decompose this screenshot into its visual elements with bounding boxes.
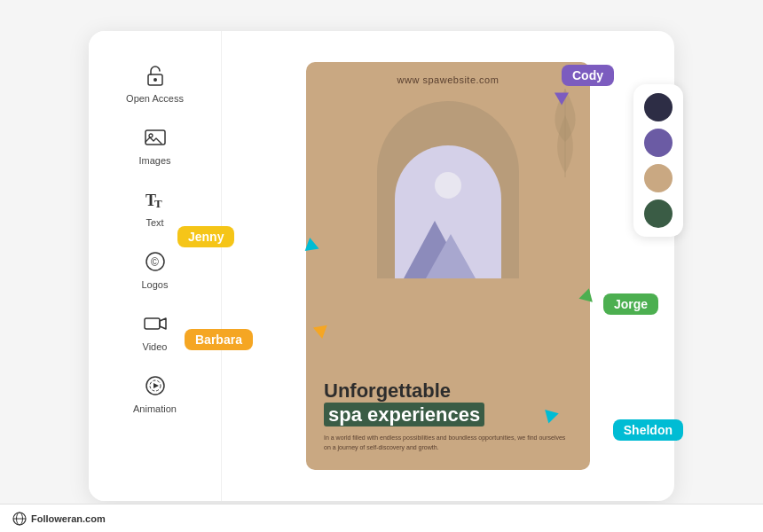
copyright-icon: © (139, 246, 171, 278)
image-icon (139, 121, 171, 153)
arch-inner (395, 145, 501, 278)
svg-marker-11 (153, 383, 159, 388)
svg-rect-2 (146, 130, 165, 145)
sidebar-label-logos: Logos (142, 279, 169, 290)
color-dot-1[interactable] (644, 93, 673, 121)
leaf-decoration (547, 89, 583, 177)
poster-title-line1: Unforgettable (324, 379, 451, 402)
arrow-barbara (313, 325, 329, 340)
color-dot-4[interactable] (644, 200, 673, 228)
sidebar-label-text: Text (146, 217, 163, 228)
lock-open-icon (139, 59, 171, 91)
editor-area: www spawebsite.com (222, 31, 674, 501)
svg-rect-8 (145, 318, 160, 329)
poster-subtitle: In a world filled with endless possibili… (324, 434, 572, 452)
badge-sheldon: Sheldon (613, 419, 683, 441)
mountains (395, 207, 501, 278)
sun-circle (435, 172, 461, 199)
arch-container (368, 92, 528, 287)
color-palette (633, 84, 683, 237)
sidebar-label-open-access: Open Access (126, 93, 184, 104)
bottom-bar: Followeran.com (0, 504, 763, 532)
color-dot-3[interactable] (644, 164, 673, 192)
poster-url: www spawebsite.com (397, 74, 499, 85)
animation-icon (139, 370, 171, 402)
poster-text-section: Unforgettable spa experiences In a world… (306, 379, 590, 470)
sidebar-item-images[interactable]: Images (89, 114, 221, 169)
svg-text:©: © (151, 256, 159, 269)
sidebar-label-animation: Animation (133, 403, 177, 414)
bottom-logo: Followeran.com (12, 512, 106, 526)
poster-title: Unforgettable spa experiences (324, 379, 572, 426)
badge-jorge: Jorge (603, 293, 658, 315)
sidebar-label-images: Images (138, 155, 170, 166)
arch-shape (377, 101, 519, 278)
sidebar-label-video: Video (143, 341, 168, 352)
globe-icon (12, 512, 27, 526)
svg-text:T: T (154, 197, 162, 210)
sidebar-item-animation[interactable]: Animation (89, 363, 221, 418)
sidebar-item-open-access[interactable]: Open Access (89, 52, 221, 107)
color-dot-2[interactable] (644, 129, 673, 157)
badge-barbara: Barbara (185, 329, 253, 350)
main-container: Open Access Images T T (0, 0, 763, 532)
svg-point-1 (153, 78, 157, 82)
editor-card: Open Access Images T T (89, 31, 674, 501)
svg-point-3 (149, 134, 153, 137)
text-icon: T T (139, 184, 171, 215)
bottom-label: Followeran.com (31, 513, 106, 524)
sidebar-item-text[interactable]: T T Text (89, 176, 221, 231)
sidebar: Open Access Images T T (89, 31, 222, 501)
poster-title-line2: spa experiences (324, 403, 484, 426)
badge-jenny: Jenny (177, 226, 234, 247)
video-icon (139, 308, 171, 340)
mountain2 (426, 234, 476, 278)
badge-cody: Cody (562, 65, 614, 86)
